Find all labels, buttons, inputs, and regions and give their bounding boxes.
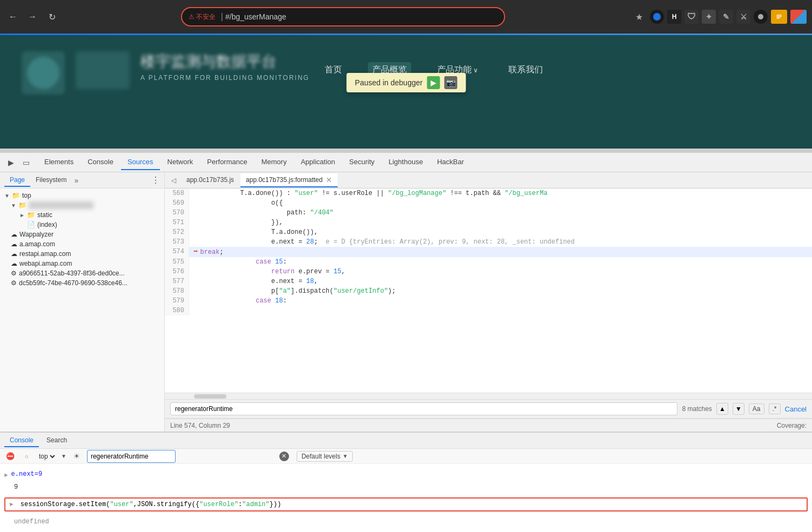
- console-toolbar: ⛔ ○ top ▼ ☀ ✕ Default levels ▼: [0, 449, 812, 464]
- ext-feather-icon[interactable]: ✎: [719, 10, 733, 24]
- tab-lighthouse[interactable]: Lighthouse: [382, 154, 430, 170]
- nav-contact[interactable]: 联系我们: [504, 62, 547, 78]
- console-search-wrapper: ✕: [87, 450, 292, 463]
- console-eye-icon[interactable]: ☀: [71, 450, 83, 462]
- tree-amap1[interactable]: ☁ a.amap.com: [0, 239, 164, 249]
- code-line-579: 579 case 18:: [165, 296, 812, 306]
- console-cmd-1: e.next=9: [11, 469, 43, 479]
- file-tree: ▼ 📁 top ▼ 📁 ► 📁 static �: [0, 188, 164, 432]
- src-tab-more[interactable]: »: [74, 176, 78, 185]
- h-scrollbar[interactable]: [165, 393, 812, 399]
- tab-application[interactable]: Application: [294, 154, 342, 170]
- device-icon[interactable]: ▭: [19, 156, 32, 169]
- code-area: 568 T.a.done()) : "user" != s.userRole |…: [165, 188, 812, 399]
- devtools-icons: ▶ ▭: [4, 156, 32, 169]
- console-filter-icon[interactable]: ○: [21, 450, 32, 462]
- tree-wappalyzer[interactable]: ☁ Wappalyzer: [0, 230, 164, 239]
- ext-split-icon[interactable]: [790, 10, 807, 24]
- page-logo2: [76, 51, 130, 89]
- console-output: ► e.next=9 9: [0, 466, 812, 495]
- console-tab-console[interactable]: Console: [4, 434, 39, 447]
- ext-circle2-icon[interactable]: [754, 10, 768, 24]
- collapse-btn[interactable]: ◁: [167, 174, 180, 187]
- ext-sword-icon[interactable]: ⚔: [736, 10, 750, 24]
- tree-ext2[interactable]: ⚙ dc5b59fc-74be-4670-9690-538ce46...: [0, 278, 164, 288]
- page-subtitle: A PLATFORM FOR BUILDING MONITORING: [140, 74, 310, 82]
- console-body[interactable]: ► e.next=9 9 ► sessionStorage.setItem("u…: [0, 464, 812, 532]
- src-tab-filesystem[interactable]: Filesystem: [30, 174, 72, 187]
- search-matches: 8 matches: [682, 405, 712, 413]
- console-undefined-value: undefined: [14, 517, 49, 527]
- code-line-576: 576 return e.prev = 15,: [165, 267, 812, 277]
- file-tabs: ◁ app.0c17b735.js app.0c17b735.js:format…: [165, 172, 812, 188]
- tab-hackbar[interactable]: HackBar: [431, 154, 471, 170]
- tree-amap3[interactable]: ☁ webapi.amap.com: [0, 259, 164, 268]
- ext-circle-icon[interactable]: [650, 10, 664, 24]
- tree-index[interactable]: 📄 (index): [0, 220, 164, 230]
- tab-console[interactable]: Console: [81, 154, 120, 170]
- code-line-577: 577 e.next = 18,: [165, 277, 812, 286]
- debugger-banner: Paused in debugger ▶ 📷: [346, 73, 466, 92]
- sources-menu-btn[interactable]: ⋮: [151, 175, 160, 185]
- status-bar: Line 574, Column 29 Coverage:: [165, 419, 812, 432]
- nav-home[interactable]: 首页: [320, 62, 346, 78]
- search-next-btn[interactable]: ▼: [733, 403, 744, 415]
- sources-tab-bar: Page Filesystem » ⋮: [0, 172, 164, 188]
- console-line-1: ► e.next=9: [4, 468, 808, 481]
- tab-performance[interactable]: Performance: [200, 154, 253, 170]
- browser-toolbar: ★ H 🛡 ✦ ✎ ⚔ IP: [632, 9, 807, 24]
- tab-elements[interactable]: Elements: [38, 154, 80, 170]
- tree-amap2[interactable]: ☁ restapi.amap.com: [0, 249, 164, 259]
- forward-button[interactable]: →: [25, 9, 40, 24]
- console-tab-bar: Console Search: [0, 433, 812, 449]
- address-bar[interactable]: ⚠ 不安全 | #/bg_userManage: [181, 7, 505, 26]
- bookmark-icon[interactable]: ★: [632, 9, 647, 24]
- back-button[interactable]: ←: [5, 9, 21, 24]
- console-search-clear[interactable]: ✕: [279, 452, 289, 461]
- resume-button[interactable]: ▶: [427, 76, 440, 89]
- file-tab-1[interactable]: app.0c17b735.js: [181, 174, 239, 187]
- context-arrow: ▼: [61, 453, 66, 459]
- step-button[interactable]: 📷: [444, 76, 457, 89]
- console-entry-box: ► sessionStorage.setItem("user",JSON.str…: [4, 497, 808, 511]
- reload-button[interactable]: ↻: [44, 9, 59, 24]
- ext-ip-icon[interactable]: IP: [771, 10, 787, 24]
- coverage-label: Coverage:: [777, 422, 807, 429]
- ext-h-icon[interactable]: H: [667, 10, 681, 24]
- code-line-573: 573 e.next = 28; e = D {tryEntries: Arra…: [165, 237, 812, 247]
- context-select[interactable]: top: [37, 452, 57, 461]
- tree-top[interactable]: ▼ 📁 top: [0, 191, 164, 200]
- tab-network[interactable]: Network: [161, 154, 200, 170]
- code-line-572: 572 T.a.done()),: [165, 227, 812, 237]
- tab-memory[interactable]: Memory: [255, 154, 293, 170]
- tree-static[interactable]: ► 📁 static: [0, 210, 164, 220]
- tree-c[interactable]: ▼ 📁: [0, 200, 164, 210]
- search-input[interactable]: [170, 402, 677, 415]
- file-tab-2[interactable]: app.0c17b735.js:formatted ✕: [240, 173, 338, 187]
- search-cancel-btn[interactable]: Cancel: [785, 405, 807, 413]
- tree-ext1[interactable]: ⚙ a9066511-52ab-4397-8f36-ded0ce...: [0, 268, 164, 278]
- console-line-2: 9: [4, 481, 808, 493]
- console-level-label: Default levels: [301, 453, 340, 460]
- ext-shield-icon[interactable]: 🛡: [685, 10, 699, 24]
- src-tab-page[interactable]: Page: [4, 174, 30, 187]
- code-line-580: 580: [165, 306, 812, 315]
- file-tab-close[interactable]: ✕: [326, 176, 332, 184]
- search-case-btn[interactable]: Aa: [749, 403, 764, 414]
- tab-sources[interactable]: Sources: [121, 154, 160, 170]
- console-tab-search[interactable]: Search: [41, 434, 72, 447]
- code-line-578: 578 p["a"].dispatch("user/getInfo");: [165, 286, 812, 296]
- search-prev-btn[interactable]: ▲: [716, 403, 728, 415]
- console-clear-icon[interactable]: ⛔: [4, 450, 16, 462]
- tab-security[interactable]: Security: [343, 154, 381, 170]
- console-level-btn[interactable]: Default levels ▼: [297, 451, 353, 462]
- search-bar: 8 matches ▲ ▼ Aa .* Cancel: [165, 399, 812, 419]
- inspect-icon[interactable]: ▶: [4, 156, 17, 169]
- code-line-570: 570 path: "/404": [165, 208, 812, 218]
- ext-puzzle-icon[interactable]: ✦: [702, 10, 716, 24]
- code-line-575: 575 case 15:: [165, 257, 812, 267]
- code-line-568: 568 T.a.done()) : "user" != s.userRole |…: [165, 188, 812, 198]
- search-regex-btn[interactable]: .*: [769, 403, 781, 414]
- code-scroll[interactable]: 568 T.a.done()) : "user" != s.userRole |…: [165, 188, 812, 393]
- console-search-input[interactable]: [87, 450, 176, 463]
